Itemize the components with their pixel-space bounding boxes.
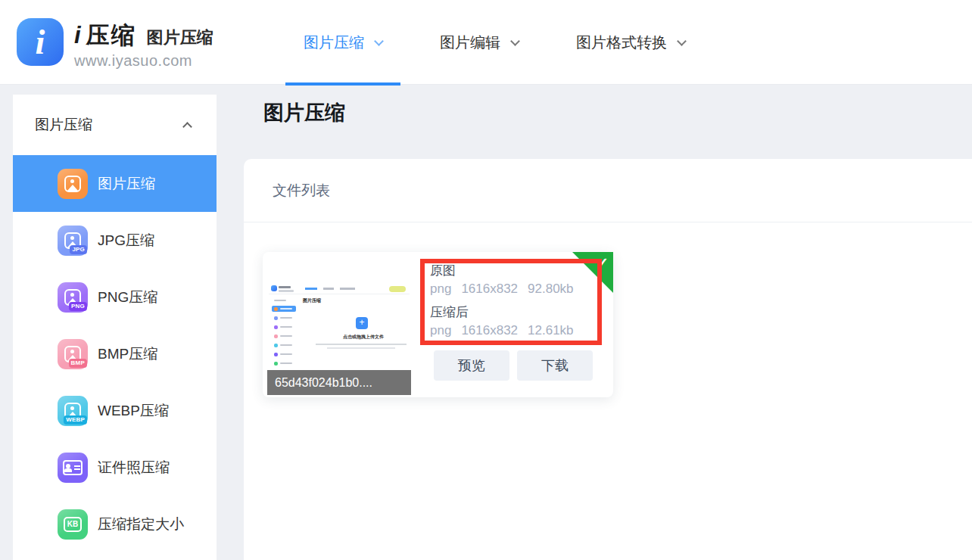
compressed-size: 12.61kb: [528, 323, 574, 338]
file-name-label: 65d43f024b1b0....: [267, 370, 411, 395]
thumbnail-mini-screenshot: 图片压缩 + 点击或拖拽上传文件: [269, 283, 410, 368]
brand[interactable]: i i 压缩 图片压缩 www.iyasuo.com: [17, 18, 213, 70]
file-thumbnail[interactable]: 图片压缩 + 点击或拖拽上传文件 65d43f024b1b0....: [267, 279, 411, 395]
png-badge: PNG: [69, 302, 87, 311]
active-tab-underline: [285, 82, 400, 86]
file-card: ✓ 图片压缩: [263, 252, 613, 397]
chevron-up-icon: [182, 122, 192, 132]
sidebar-item-png-compress[interactable]: PNG PNG压缩: [13, 269, 217, 325]
nav-tab-label: 图片压缩: [304, 33, 364, 53]
nav-tab-format-convert[interactable]: 图片格式转换: [558, 0, 703, 85]
chevron-down-icon: [510, 36, 520, 46]
check-icon: ✓: [597, 254, 609, 272]
sidebar-item-webp-compress[interactable]: WEBP WEBP压缩: [13, 382, 217, 439]
original-format: png: [430, 282, 451, 296]
download-button[interactable]: 下载: [517, 350, 593, 381]
compressed-meta: png1616x83212.61kb: [430, 323, 574, 338]
nav-tab-image-compress[interactable]: 图片压缩: [285, 0, 400, 85]
brand-name: 压缩: [86, 20, 136, 51]
sidebar-item-bmp-compress[interactable]: BMP BMP压缩: [13, 325, 217, 382]
sidebar-item-label: 图片压缩: [98, 174, 155, 194]
mini-sidebar: [269, 294, 299, 368]
sidebar-item-compress-to-size[interactable]: KB 压缩指定大小: [13, 496, 217, 552]
sidebar-item-label: JPG压缩: [98, 231, 154, 250]
sidebar-item-jpg-compress[interactable]: JPG JPG压缩: [13, 212, 217, 269]
mini-upload-text: 点击或拖拽上传文件: [322, 334, 405, 341]
mini-logo: [271, 285, 277, 291]
compressed-label: 压缩后: [430, 305, 574, 320]
sidebar-group-label: 图片压缩: [35, 115, 92, 135]
original-size: 92.80kb: [528, 282, 574, 296]
file-info: 原图 png1616x83292.80kb 压缩后 png1616x83212.…: [430, 263, 574, 347]
brand-name-prefix: i: [74, 22, 81, 49]
mini-login-button: [389, 286, 406, 292]
nav-tab-label: 图片格式转换: [576, 33, 667, 53]
sidebar-group-header[interactable]: 图片压缩: [13, 95, 217, 155]
original-dimensions: 1616x832: [461, 282, 518, 296]
jpg-compress-icon: JPG: [58, 226, 88, 256]
chevron-down-icon: [677, 36, 687, 46]
jpg-badge: JPG: [70, 245, 87, 254]
panel-title: 文件列表: [273, 181, 330, 201]
page-title: 图片压缩: [263, 99, 345, 126]
mini-page-title: 图片压缩: [303, 297, 321, 304]
top-header: i i 压缩 图片压缩 www.iyasuo.com 图片压缩 图片编辑 图片格…: [0, 0, 972, 85]
brand-subtitle: 图片压缩: [147, 26, 213, 49]
file-list-panel: 文件列表 ✓: [244, 159, 972, 560]
original-meta: png1616x83292.80kb: [430, 282, 574, 297]
chevron-down-icon: [374, 36, 384, 46]
image-compress-icon: [58, 169, 88, 199]
brand-logo-icon: i: [17, 18, 64, 66]
nav-tab-label: 图片编辑: [440, 33, 500, 53]
panel-header: 文件列表: [244, 159, 972, 222]
kb-size-icon: KB: [58, 509, 88, 540]
webp-badge: WEBP: [64, 415, 87, 425]
sidebar-item-image-compress[interactable]: 图片压缩: [13, 155, 217, 212]
png-compress-icon: PNG: [58, 282, 88, 313]
compressed-format: png: [430, 323, 451, 338]
brand-domain: www.iyasuo.com: [74, 52, 213, 70]
bmp-compress-icon: BMP: [58, 339, 88, 369]
sidebar-item-label: WEBP压缩: [98, 401, 169, 421]
main-nav: 图片压缩 图片编辑 图片格式转换: [285, 0, 724, 85]
preview-button[interactable]: 预览: [434, 350, 509, 381]
sidebar-item-id-photo-compress[interactable]: 证件照压缩: [13, 439, 217, 496]
mini-upload-plus-icon: +: [356, 317, 368, 329]
original-label: 原图: [430, 263, 574, 278]
sidebar: 图片压缩 图片压缩 JPG JPG压缩 PNG PNG压缩 BMP BMP压缩: [13, 95, 217, 560]
sidebar-item-label: BMP压缩: [98, 344, 157, 364]
nav-tab-image-edit[interactable]: 图片编辑: [422, 0, 537, 85]
compressed-dimensions: 1616x832: [461, 323, 518, 338]
sidebar-item-label: PNG压缩: [98, 288, 157, 307]
id-photo-icon: [58, 453, 88, 483]
webp-compress-icon: WEBP: [58, 396, 88, 426]
brand-text: i 压缩 图片压缩 www.iyasuo.com: [74, 18, 213, 70]
bmp-badge: BMP: [69, 359, 87, 368]
sidebar-item-label: 压缩指定大小: [98, 515, 184, 534]
sidebar-item-label: 证件照压缩: [98, 458, 170, 478]
